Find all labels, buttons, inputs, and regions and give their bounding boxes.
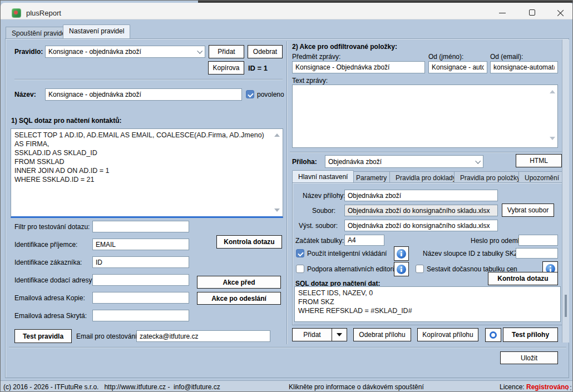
from-email-label: Od (email): — [490, 53, 523, 61]
recipient-label: Identifikace příjemce: — [14, 241, 77, 249]
att-name-label: Název přílohy: — [303, 192, 345, 200]
remove-attachment-button[interactable]: Odebrat přílohu — [353, 328, 411, 341]
status-copyright-text[interactable]: (c) 2016 - 2026 - ITFutuRe s.r.o. http:/… — [3, 383, 220, 391]
test-rule-button[interactable]: Test pravidla — [14, 329, 72, 343]
subject-input[interactable] — [292, 61, 425, 73]
add-attachment-dropdown-button[interactable] — [332, 328, 347, 341]
maximize-icon — [529, 9, 535, 16]
rule-combobox[interactable]: Konsignace - objednávka zboží — [45, 46, 205, 58]
minimize-icon — [499, 13, 506, 13]
name-input[interactable] — [45, 88, 242, 101]
add-rule-button[interactable]: Přidat — [209, 45, 244, 58]
filter-input[interactable] — [92, 221, 189, 232]
record-button[interactable] — [485, 328, 501, 342]
rule-label: Pravidlo: — [14, 48, 43, 56]
chevron-down-icon — [475, 158, 481, 163]
check-query-button[interactable]: Kontrola dotazu — [216, 235, 282, 249]
cc-input[interactable] — [92, 292, 189, 304]
attachment-combobox[interactable]: Objednávka zboží — [325, 155, 483, 168]
att-name-input[interactable] — [344, 190, 498, 201]
plusreport-window: plusReport Spouštění pravidel Nastavení … — [0, 0, 573, 392]
from-name-input[interactable] — [428, 61, 487, 73]
body-textarea[interactable] — [292, 85, 558, 148]
separator — [14, 79, 283, 80]
close-button[interactable] — [548, 5, 572, 21]
html-button[interactable]: HTML — [516, 154, 562, 167]
sql-data-textarea[interactable]: SELECT IDS, NAZEV, 0 FROM SKZ WHERE REFS… — [294, 286, 561, 322]
title-bar: plusReport — [1, 3, 573, 19]
tab-nastaveni-pravidel[interactable]: Nastavení pravidel — [63, 24, 130, 38]
action-before-button[interactable]: Akce před — [197, 276, 281, 289]
smart-insert-info-button[interactable] — [394, 246, 409, 261]
scroll-up-icon[interactable] — [274, 133, 280, 137]
password-input[interactable] — [518, 235, 558, 246]
right-panel-scrollbar[interactable] — [562, 39, 569, 343]
check-data-query-button[interactable]: Kontrola dotazu — [488, 272, 558, 285]
table-start-input[interactable] — [344, 235, 384, 246]
delivery-input[interactable] — [92, 274, 189, 286]
alt-editors-checkbox[interactable] — [296, 265, 304, 273]
body-label: Text zprávy: — [292, 77, 328, 85]
test-attachment-button[interactable]: Test přílohy — [503, 328, 558, 342]
scrollbar-thumb[interactable] — [565, 295, 567, 317]
smart-insert-label: Použít inteligentní vkládání — [307, 250, 387, 257]
app-icon — [12, 8, 21, 18]
skz-column-label: Název sloupce ID z tabulky SKZ — [423, 250, 518, 257]
filter-label: Filtr pro testování dotazu: — [14, 223, 90, 231]
separator — [290, 152, 564, 152]
alt-editors-info-button[interactable] — [394, 262, 409, 276]
dropdown-arrow-icon — [337, 333, 342, 336]
test-email-label: Email pro otestování: — [76, 333, 139, 340]
from-email-input[interactable] — [490, 61, 558, 73]
att-tab-pravidla-doklady[interactable]: Pravidla pro doklady — [389, 171, 462, 182]
att-tab-hlavni-nastaveni[interactable]: Hlavní nastavení — [292, 170, 354, 182]
tab-page-nastaveni: Pravidlo: Konsignace - objednávka zboží … — [5, 38, 569, 378]
enabled-checkbox[interactable] — [246, 90, 254, 98]
info-icon — [397, 265, 406, 274]
table-start-label: Začátek tabulky: — [295, 237, 344, 245]
status-batch-info-text[interactable]: Klikněte pro informace o dávkovém spoušt… — [289, 383, 424, 391]
minimize-button[interactable] — [490, 5, 515, 21]
file-input[interactable] — [344, 205, 498, 216]
customer-input[interactable] — [92, 256, 189, 268]
action-after-button[interactable]: Akce po odeslání — [197, 292, 281, 305]
resize-grip-icon[interactable] — [566, 385, 572, 391]
att-tab-pravidla-polozky[interactable]: Pravidla pro položky — [454, 171, 526, 182]
copy-attachment-button[interactable]: Kopírovat přílohu — [417, 328, 478, 341]
customer-label: Identifikace zákazníka: — [14, 259, 82, 266]
status-bar: (c) 2016 - 2026 - ITFutuRe s.r.o. http:/… — [1, 380, 573, 392]
temp-price-checkbox[interactable] — [416, 265, 424, 273]
alt-editors-label: Podpora alternativních editorů — [307, 265, 396, 273]
scroll-up-icon[interactable] — [550, 90, 555, 93]
rule-combobox-value: Konsignace - objednávka zboží — [48, 48, 141, 56]
out-file-input[interactable] — [344, 220, 498, 231]
remove-rule-button[interactable]: Odebrat — [248, 45, 283, 58]
save-button[interactable]: Uložit — [500, 351, 558, 364]
ring-icon — [490, 331, 497, 339]
scroll-down-icon[interactable] — [274, 209, 280, 212]
add-attachment-button[interactable]: Přidat — [292, 328, 332, 341]
info-icon — [397, 249, 406, 259]
att-tab-upozorneni[interactable]: Upozornění — [518, 171, 565, 182]
license-status-badge: Registrováno — [526, 383, 569, 391]
maximize-button[interactable] — [520, 5, 545, 21]
bcc-input[interactable] — [92, 310, 189, 321]
sql-contacts-textarea[interactable]: SELECT TOP 1 AD.ID, AD.EMAIL AS EMAIL, C… — [11, 128, 283, 218]
window-title: plusReport — [26, 9, 61, 17]
sql-contacts-label: 1) SQL dotaz pro načtení kontaktů: — [11, 117, 121, 125]
recipient-input[interactable] — [92, 239, 189, 250]
skz-column-input[interactable] — [516, 248, 558, 259]
name-label: Název: — [14, 91, 36, 98]
chevron-down-icon — [197, 48, 202, 54]
file-label: Soubor: — [312, 207, 335, 215]
choose-file-button[interactable]: Vybrat soubor — [502, 204, 554, 217]
att-tab-parametry[interactable]: Parametry — [350, 171, 393, 182]
subject-label: Předmět zprávy: — [292, 53, 340, 61]
copy-rule-button[interactable]: Kopírova — [208, 61, 244, 75]
attachment-combobox-value: Objednávka zboží — [328, 158, 382, 166]
test-email-input[interactable] — [136, 330, 270, 342]
attachment-label: Příloha: — [292, 158, 317, 166]
scroll-down-icon[interactable] — [550, 137, 555, 140]
smart-insert-checkbox[interactable] — [296, 249, 304, 257]
license-label: Licence: — [500, 383, 525, 391]
